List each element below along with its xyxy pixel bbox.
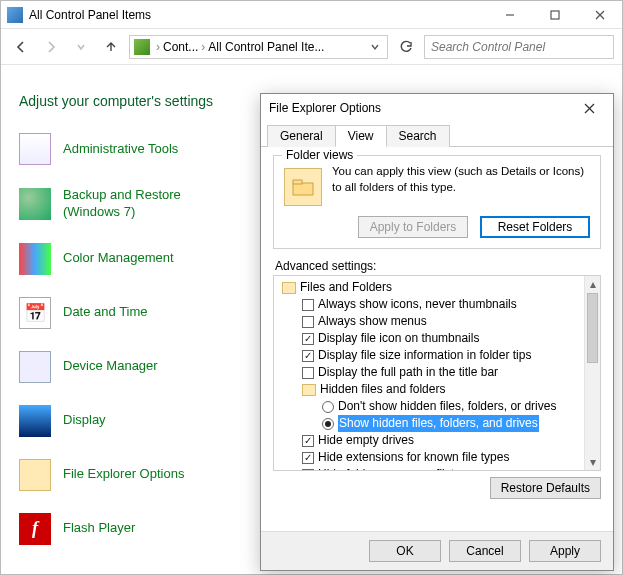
tree-label: Don't show hidden files, folders, or dri… — [338, 398, 556, 415]
tree-folder-hidden[interactable]: Hidden files and folders — [276, 381, 598, 398]
cp-item-label: Backup and Restore (Windows 7) — [63, 187, 181, 221]
dialog-close-button[interactable] — [569, 96, 609, 120]
device-manager-icon — [19, 351, 51, 383]
tree-label: Always show icons, never thumbnails — [318, 296, 517, 313]
advanced-settings-label: Advanced settings: — [275, 259, 601, 273]
color-management-icon — [19, 243, 51, 275]
display-icon — [19, 405, 51, 437]
close-button[interactable] — [577, 1, 622, 29]
folder-icon — [302, 384, 316, 396]
tree-item[interactable]: Display the full path in the title bar — [276, 364, 598, 381]
apply-to-folders-button[interactable]: Apply to Folders — [358, 216, 468, 238]
ok-button[interactable]: OK — [369, 540, 441, 562]
chevron-right-icon: › — [156, 40, 160, 54]
tree-label: Display file size information in folder … — [318, 347, 531, 364]
checkbox-icon[interactable] — [302, 435, 314, 447]
tree-label: Files and Folders — [300, 279, 392, 296]
apply-button[interactable]: Apply — [529, 540, 601, 562]
chevron-right-icon: › — [201, 40, 205, 54]
tree-item-radio[interactable]: Don't show hidden files, folders, or dri… — [276, 398, 598, 415]
checkbox-icon[interactable] — [302, 299, 314, 311]
breadcrumb-seg-2[interactable]: All Control Panel Ite... — [208, 40, 324, 54]
checkbox-icon[interactable] — [302, 367, 314, 379]
tree-label: Hide extensions for known file types — [318, 449, 509, 466]
radio-icon[interactable] — [322, 401, 334, 413]
reset-folders-button[interactable]: Reset Folders — [480, 216, 590, 238]
recent-locations-button[interactable] — [69, 35, 93, 59]
minimize-button[interactable] — [487, 1, 532, 29]
svg-rect-6 — [293, 183, 313, 195]
address-dropdown-button[interactable] — [367, 43, 383, 51]
tree-item-radio-selected[interactable]: Show hidden files, folders, and drives — [276, 415, 598, 432]
svg-rect-7 — [293, 180, 302, 184]
tab-view[interactable]: View — [335, 125, 387, 147]
advanced-settings-tree[interactable]: Files and Folders Always show icons, nev… — [273, 275, 601, 471]
dialog-footer: OK Cancel Apply — [261, 531, 613, 570]
cp-item-label: File Explorer Options — [63, 466, 184, 483]
radio-icon[interactable] — [322, 418, 334, 430]
nav-bar: › Cont... › All Control Panel Ite... Sea… — [1, 29, 622, 65]
scroll-thumb[interactable] — [587, 293, 598, 363]
folder-views-text: You can apply this view (such as Details… — [332, 164, 590, 195]
dialog-titlebar: File Explorer Options — [261, 94, 613, 122]
address-icon — [134, 39, 150, 55]
scroll-up-icon[interactable]: ▴ — [585, 276, 600, 292]
maximize-button[interactable] — [532, 1, 577, 29]
tree-item[interactable]: Hide empty drives — [276, 432, 598, 449]
search-placeholder: Search Control Panel — [431, 40, 545, 54]
tree-item[interactable]: Display file size information in folder … — [276, 347, 598, 364]
cp-item-label: Date and Time — [63, 304, 148, 321]
checkbox-icon[interactable] — [302, 469, 314, 472]
backup-restore-icon — [19, 188, 51, 220]
cp-item-label: Flash Player — [63, 520, 135, 537]
tab-general[interactable]: General — [267, 125, 336, 147]
folder-views-group: Folder views You can apply this view (su… — [273, 155, 601, 249]
up-button[interactable] — [99, 35, 123, 59]
tree-item[interactable]: Hide folder merge conflicts — [276, 466, 598, 471]
tree-label: Display the full path in the title bar — [318, 364, 498, 381]
cp-item-label: Device Manager — [63, 358, 158, 375]
tab-search[interactable]: Search — [386, 125, 450, 147]
flash-player-icon: f — [19, 513, 51, 545]
cp-item-label: Color Management — [63, 250, 174, 267]
tree-label: Hide empty drives — [318, 432, 414, 449]
tree-folder-root[interactable]: Files and Folders — [276, 279, 598, 296]
window-title: All Control Panel Items — [29, 8, 487, 22]
cp-item-label: Administrative Tools — [63, 141, 178, 158]
tree-item[interactable]: Display file icon on thumbnails — [276, 330, 598, 347]
administrative-tools-icon — [19, 133, 51, 165]
file-explorer-options-icon — [19, 459, 51, 491]
tree-content: Files and Folders Always show icons, nev… — [274, 276, 600, 471]
tree-item[interactable]: Always show menus — [276, 313, 598, 330]
svg-rect-1 — [551, 11, 559, 19]
refresh-button[interactable] — [394, 35, 418, 59]
tree-scrollbar[interactable]: ▴ ▾ — [584, 276, 600, 470]
tree-label: Show hidden files, folders, and drives — [338, 415, 539, 432]
date-time-icon: 📅 — [19, 297, 51, 329]
scroll-down-icon[interactable]: ▾ — [585, 454, 600, 470]
tree-label: Hidden files and folders — [320, 381, 445, 398]
control-panel-icon — [7, 7, 23, 23]
tree-label: Display file icon on thumbnails — [318, 330, 479, 347]
checkbox-icon[interactable] — [302, 316, 314, 328]
checkbox-icon[interactable] — [302, 350, 314, 362]
search-input[interactable]: Search Control Panel — [424, 35, 614, 59]
scroll-track[interactable] — [585, 364, 600, 454]
forward-button[interactable] — [39, 35, 63, 59]
dialog-body: Folder views You can apply this view (su… — [261, 147, 613, 531]
back-button[interactable] — [9, 35, 33, 59]
dialog-title: File Explorer Options — [269, 101, 569, 115]
folder-views-icon — [284, 168, 322, 206]
cancel-button[interactable]: Cancel — [449, 540, 521, 562]
restore-defaults-button[interactable]: Restore Defaults — [490, 477, 601, 499]
file-explorer-options-dialog: File Explorer Options General View Searc… — [260, 93, 614, 571]
breadcrumb-seg-1[interactable]: Cont... — [163, 40, 198, 54]
tree-item[interactable]: Always show icons, never thumbnails — [276, 296, 598, 313]
checkbox-icon[interactable] — [302, 452, 314, 464]
dialog-tabs: General View Search — [261, 124, 613, 147]
tree-item[interactable]: Hide extensions for known file types — [276, 449, 598, 466]
tree-label: Always show menus — [318, 313, 427, 330]
checkbox-icon[interactable] — [302, 333, 314, 345]
tree-label: Hide folder merge conflicts — [318, 466, 460, 471]
address-bar[interactable]: › Cont... › All Control Panel Ite... — [129, 35, 388, 59]
